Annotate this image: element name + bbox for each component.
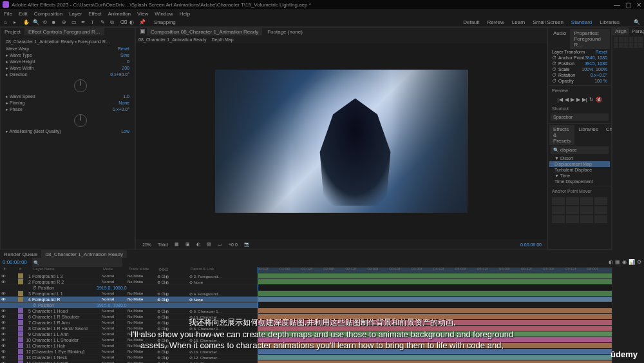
align-btn[interactable] [623,37,628,42]
rotation-dial[interactable] [74,79,87,92]
shy-icon[interactable]: ◐ [609,259,613,266]
align-btn[interactable] [629,43,633,48]
parent-link[interactable]: ⊘ None [189,280,258,284]
blend-mode[interactable]: Normal [102,349,128,353]
visibility-toggle[interactable]: 👁 [1,320,5,324]
layer-name[interactable]: Foreground R [32,297,102,302]
visibility-toggle[interactable]: 👁 [1,326,5,330]
align-btn[interactable] [634,37,638,42]
layer-color[interactable] [18,320,23,325]
layer-name[interactable]: Character 1 Hood [32,309,102,313]
layer-track[interactable] [258,308,612,314]
layer-row[interactable]: 👁8Character 1 R Hand/ SwordNormalNo Matt… [0,326,258,331]
layer-bar[interactable] [258,331,612,337]
search-icon[interactable]: 🔍 [634,19,640,25]
layer-name[interactable]: [Character 1 Eye Blinking] [32,349,102,354]
layer-name[interactable]: Character 1 R Hand/ Sword [32,326,102,331]
anchor-btn[interactable] [552,206,565,214]
layer-bar[interactable] [258,297,612,302]
layer-track[interactable] [258,355,612,360]
track-matte[interactable]: No Matte [128,274,157,278]
menu-help[interactable]: Help [180,11,190,17]
layer-name[interactable]: Character 1 Neck [32,355,102,360]
transform-value[interactable]: 100 % [594,79,607,83]
first-frame-icon[interactable]: |◀ [557,97,562,103]
layer-track[interactable] [258,349,612,355]
mute-icon[interactable]: 🔇 [596,97,602,103]
zoom-dropdown[interactable]: 25% [141,242,153,247]
transform-value[interactable]: 3840, 1080 [585,55,607,60]
layer-color[interactable] [18,314,23,319]
clone-tool-icon[interactable]: ⧉ [110,19,117,26]
workspace-default[interactable]: Default [463,19,479,25]
anchor-btn[interactable] [566,206,579,214]
anchor-btn[interactable] [594,206,607,214]
workspace-standard[interactable]: Standard [571,19,592,25]
layer-search-input[interactable] [32,258,122,267]
property-value[interactable]: 0 [127,59,129,64]
audio-tab[interactable]: Audio [549,29,570,49]
property-value[interactable]: 0.x+90.0° [110,72,129,77]
layer-bar[interactable] [258,326,612,331]
camera-tool-icon[interactable]: ■ [52,19,59,26]
blend-mode[interactable]: Normal [102,338,128,342]
roto-tool-icon[interactable]: ◐ [129,19,136,26]
timeline-comp-tab[interactable]: 08_Character 1_Animation Ready [41,250,127,258]
brush-tool-icon[interactable]: ✎ [100,19,107,26]
visibility-toggle[interactable]: 👁 [1,349,5,353]
effects-search-input[interactable]: 🔍 displace [551,146,609,154]
menu-window[interactable]: Window [155,11,173,17]
layer-bar[interactable] [258,320,612,325]
workspace-review[interactable]: Review [488,19,504,25]
property-value[interactable]: 3915.0, 1080.0 [97,303,127,308]
render-queue-tab[interactable]: Render Queue [0,250,41,258]
track-matte[interactable]: No Matte [128,338,157,342]
blend-mode[interactable]: Normal [102,291,128,295]
comp-tab-active[interactable]: Composition 08_Character 1_Animation Rea… [147,28,262,35]
track-matte[interactable]: No Matte [128,349,157,353]
layer-name[interactable]: Foreground L 2 [32,274,102,279]
anchor-btn[interactable] [552,215,565,223]
parent-link[interactable]: ⊘ 16. Character… [189,315,258,319]
anchor-btn[interactable] [594,215,607,223]
layer-track[interactable] [258,360,612,363]
anchor-btn[interactable] [580,206,593,214]
blend-mode[interactable]: Normal [102,274,128,278]
paragraph-tab[interactable]: Paragraph [629,27,644,35]
layer-track[interactable] [258,337,612,343]
play-icon[interactable]: ▶ [571,97,574,103]
graph-editor-icon[interactable]: 📊 [629,259,635,266]
layer-bar[interactable] [258,360,612,363]
layer-bar[interactable] [258,279,612,284]
grid-icon[interactable]: ▦ [173,242,180,247]
layer-row[interactable]: 👁4Foreground RNormalNo Matte⚙ ⚀ ◐⊘ None [0,297,258,302]
selection-tool-icon[interactable]: ▸ [14,19,20,26]
align-btn[interactable] [619,43,623,48]
properties-tab[interactable]: Properties: Foreground R… [570,29,610,49]
footage-tab[interactable]: Footage (none) [263,28,307,35]
parent-link[interactable]: ⊘ 12. Character… [189,344,258,348]
workspace-small-screen[interactable]: Small Screen [533,19,564,25]
layer-row[interactable]: 👁7Character 1 R ArmNormalNo Matte⚙ ⚀ ◐⊘ … [0,320,258,326]
visibility-toggle[interactable]: 👁 [1,291,5,295]
parent-link[interactable]: ⊘ 16. Character… [189,332,258,337]
blend-mode[interactable]: Normal [102,315,128,319]
layer-row[interactable]: 👁11Character 1 HairNormalNo Matte⚙ ⚀ ◐⊘ … [0,343,258,349]
blend-mode[interactable]: Normal [102,332,128,336]
layer-row[interactable]: 👁3Foreground L 1NormalNo Matte⚙ ⚀ ◐⊘ 4. … [0,291,258,297]
anchor-tool-icon[interactable]: ⊕ [62,19,68,26]
layer-color[interactable] [18,279,23,284]
layer-name[interactable]: Foreground L 1 [32,291,102,296]
stopwatch-icon[interactable]: ⏱ [552,55,558,60]
transform-value[interactable]: 0.x+0.0° [591,73,607,77]
layer-bar[interactable] [258,337,612,342]
track-matte[interactable]: No Matte [128,291,157,295]
effect-category[interactable]: ▼ Distort [549,155,610,161]
hand-tool-icon[interactable]: ✋ [23,19,30,26]
layer-row[interactable]: 👁12[Character 1 Eye Blinking]NormalNo Ma… [0,349,258,355]
property-value[interactable]: 0.x+0.0° [113,107,129,112]
puppet-tool-icon[interactable]: 📌 [139,19,146,26]
layer-bar[interactable] [258,355,612,360]
layer-color[interactable] [18,273,23,279]
parent-link[interactable]: ⊘ None [189,297,258,302]
